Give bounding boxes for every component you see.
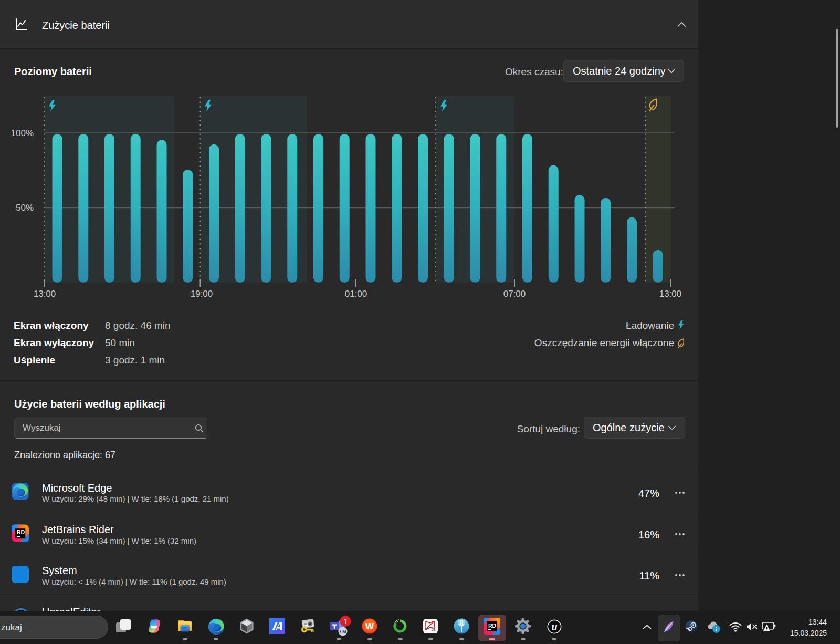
svg-text:u: u (551, 621, 557, 632)
svg-text:RD: RD (17, 529, 25, 535)
svg-text:W: W (365, 621, 374, 631)
svg-text:ŁM: ŁM (340, 629, 346, 635)
svg-text:1: 1 (343, 617, 348, 626)
svg-text:S: S (431, 625, 436, 633)
svg-text:RD: RD (488, 622, 497, 629)
